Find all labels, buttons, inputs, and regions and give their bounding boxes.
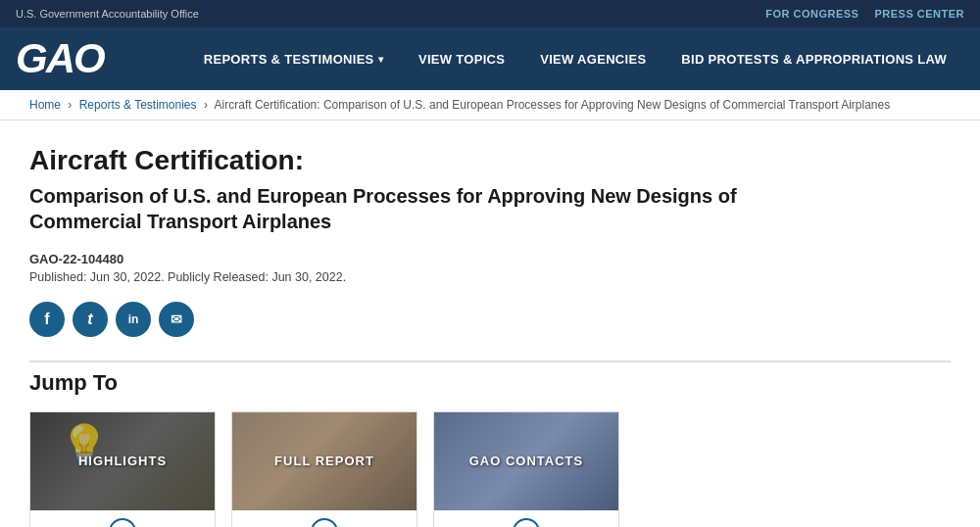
- full-report-download-icon[interactable]: ⊕: [311, 518, 338, 527]
- breadcrumb-sep-2: ›: [204, 98, 208, 112]
- logo[interactable]: GAO: [16, 38, 104, 79]
- breadcrumb-current: Aircraft Certification: Comparison of U.…: [215, 98, 891, 112]
- press-center-link[interactable]: PRESS CENTER: [874, 8, 964, 20]
- nav-view-topics[interactable]: VIEW TOPICS: [401, 27, 522, 90]
- email-share-button[interactable]: ✉: [159, 302, 194, 337]
- jump-to-cards: 💡 HIGHLIGHTS ⊕ FULL REPORT ⊕ GA: [29, 411, 951, 527]
- nav-bid-protests[interactable]: BID PROTESTS & APPROPRIATIONS LAW: [663, 27, 964, 90]
- gao-logo-text: GAO: [16, 38, 104, 79]
- jump-to-label: Jump To: [29, 360, 951, 396]
- gao-contacts-card[interactable]: GAO CONTACTS ⊕: [433, 411, 619, 527]
- linkedin-icon: in: [128, 312, 139, 326]
- highlights-card-image: 💡 HIGHLIGHTS: [30, 412, 215, 510]
- gao-contacts-card-footer: ⊕: [434, 510, 618, 527]
- nav-reports-testimonies[interactable]: REPORTS & TESTIMONIES ▾: [186, 27, 401, 90]
- breadcrumb-reports[interactable]: Reports & Testimonies: [79, 98, 197, 112]
- email-icon: ✉: [171, 311, 182, 327]
- main-nav: REPORTS & TESTIMONIES ▾ VIEW TOPICS VIEW…: [143, 27, 964, 90]
- nav-bar: GAO REPORTS & TESTIMONIES ▾ VIEW TOPICS …: [0, 27, 980, 90]
- facebook-share-button[interactable]: f: [29, 302, 65, 337]
- highlights-download-icon[interactable]: ⊕: [109, 518, 136, 527]
- full-report-card-footer: ⊕: [232, 510, 416, 527]
- full-report-card[interactable]: FULL REPORT ⊕: [231, 411, 417, 527]
- gao-contacts-card-image: GAO CONTACTS: [434, 412, 618, 510]
- gao-contacts-card-label: GAO CONTACTS: [466, 450, 587, 472]
- highlights-card-footer: ⊕: [30, 510, 215, 527]
- highlights-card-label: HIGHLIGHTS: [74, 450, 171, 472]
- download-arrow-icon: ⊕: [117, 524, 128, 527]
- twitter-share-button[interactable]: t: [73, 302, 108, 337]
- nav-reports-arrow: ▾: [378, 54, 383, 65]
- nav-view-agencies[interactable]: VIEW AGENCIES: [522, 27, 663, 90]
- report-title-main: Aircraft Certification:: [29, 144, 951, 177]
- highlights-card[interactable]: 💡 HIGHLIGHTS ⊕: [29, 411, 216, 527]
- report-id: GAO-22-104480: [29, 252, 951, 266]
- download-arrow-icon-3: ⊕: [520, 524, 532, 527]
- full-report-card-image: FULL REPORT: [232, 412, 416, 510]
- agency-name: U.S. Government Accountability Office: [16, 8, 199, 20]
- download-arrow-icon-2: ⊕: [318, 524, 330, 527]
- breadcrumb: Home › Reports & Testimonies › Aircraft …: [0, 90, 980, 120]
- gao-contacts-download-icon[interactable]: ⊕: [513, 518, 540, 527]
- breadcrumb-sep-1: ›: [68, 98, 72, 112]
- breadcrumb-home[interactable]: Home: [29, 98, 61, 112]
- main-content: Aircraft Certification: Comparison of U.…: [0, 120, 980, 527]
- report-dates: Published: Jun 30, 2022. Publicly Releas…: [29, 270, 951, 284]
- top-bar: U.S. Government Accountability Office FO…: [0, 0, 980, 27]
- top-bar-links: FOR CONGRESS PRESS CENTER: [765, 8, 964, 20]
- report-title-sub: Comparison of U.S. and European Processe…: [29, 183, 833, 234]
- full-report-card-label: FULL REPORT: [270, 450, 378, 472]
- for-congress-link[interactable]: FOR CONGRESS: [765, 8, 858, 20]
- social-icons-group: f t in ✉: [29, 302, 951, 337]
- twitter-icon: t: [87, 311, 92, 328]
- linkedin-share-button[interactable]: in: [116, 302, 151, 337]
- facebook-icon: f: [44, 311, 49, 328]
